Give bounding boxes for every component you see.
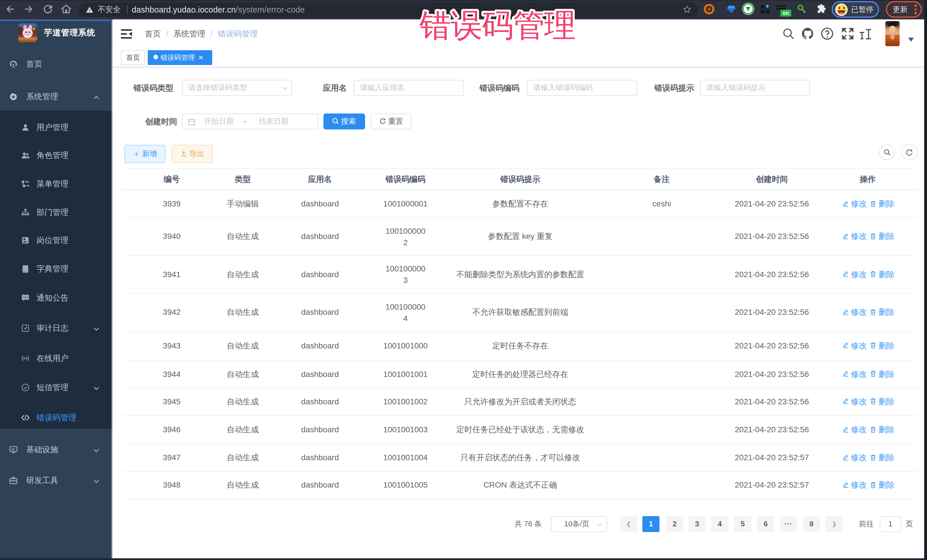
svg-text:错误码管理: 错误码管理 — [419, 8, 575, 43]
